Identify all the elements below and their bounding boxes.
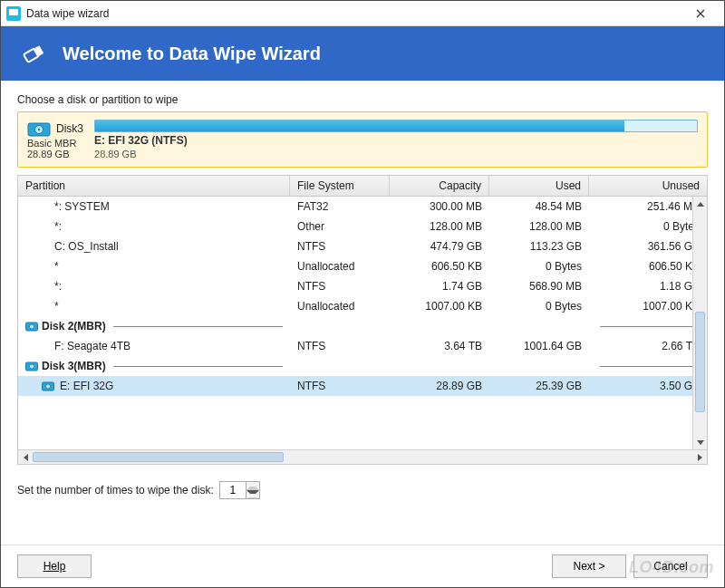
cell-fs: NTFS	[290, 240, 390, 253]
partition-name: *: SYSTEM	[18, 200, 290, 213]
cell-used: 128.00 MB	[489, 220, 589, 233]
disk-icon	[25, 321, 38, 332]
cell-unused: 3.50 GB	[589, 380, 707, 392]
cell-capacity: 3.64 TB	[390, 340, 489, 352]
table-row[interactable]: *:Other128.00 MB128.00 MB0 Bytes	[18, 217, 707, 236]
cell-unused: 2.66 TB	[589, 340, 707, 352]
close-button[interactable]	[682, 1, 719, 25]
table-row-selected[interactable]: E: EFI 32GNTFS28.89 GB25.39 GB3.50 GB	[18, 376, 707, 396]
cell-fs: Unallocated	[290, 300, 390, 313]
col-capacity[interactable]: Capacity	[390, 176, 489, 196]
hscroll-thumb[interactable]	[33, 452, 284, 462]
window-title: Data wipe wizard	[26, 7, 682, 20]
usage-bar	[94, 120, 698, 132]
chevron-up-icon	[697, 202, 704, 207]
cell-fs: NTFS	[290, 280, 390, 293]
table-row[interactable]: *Unallocated606.50 KB0 Bytes606.50 KB	[18, 256, 707, 276]
disk-group-header[interactable]: Disk 3(MBR)	[18, 356, 707, 376]
cell-used: 113.23 GB	[489, 240, 589, 253]
banner: Welcome to Data Wipe Wizard	[1, 26, 724, 81]
col-filesystem[interactable]: File System	[290, 176, 390, 196]
chevron-down-icon	[697, 440, 704, 445]
table-header: Partition File System Capacity Used Unus…	[18, 176, 707, 197]
scroll-left-button[interactable]	[18, 450, 33, 464]
disk-group-header[interactable]: Disk 2(MBR)	[18, 316, 707, 336]
partition-name: F: Seagate 4TB	[18, 340, 290, 352]
spin-down-button[interactable]	[246, 490, 259, 498]
cell-used: 0 Bytes	[489, 260, 589, 273]
spin-up-button[interactable]	[246, 482, 259, 490]
content-area: Choose a disk or partition to wipe Disk3…	[1, 81, 724, 545]
partition-table: Partition File System Capacity Used Unus…	[17, 175, 708, 465]
cell-used: 0 Bytes	[489, 300, 589, 313]
cell-unused: 606.50 KB	[589, 260, 707, 273]
col-unused[interactable]: Unused	[589, 176, 707, 196]
svg-point-10	[46, 384, 51, 389]
vertical-scrollbar[interactable]	[692, 197, 707, 449]
chevron-up-icon	[246, 482, 259, 490]
partition-name: *	[18, 260, 290, 273]
horizontal-scrollbar[interactable]	[18, 449, 707, 464]
col-partition[interactable]: Partition	[18, 176, 290, 196]
hscroll-track[interactable]	[33, 450, 692, 464]
partition-name: *	[18, 300, 290, 313]
table-body: *: SYSTEMFAT32300.00 MB48.54 MB251.46 MB…	[18, 197, 707, 449]
col-used[interactable]: Used	[489, 176, 589, 196]
table-row[interactable]: *: SYSTEMFAT32300.00 MB48.54 MB251.46 MB	[18, 197, 707, 217]
close-icon	[696, 9, 705, 18]
cell-fs: NTFS	[290, 380, 390, 392]
next-button[interactable]: Next >	[552, 554, 626, 578]
cell-unused: 1.18 GB	[589, 280, 707, 293]
cell-used: 1001.64 GB	[489, 340, 589, 352]
cell-capacity: 606.50 KB	[390, 260, 489, 273]
svg-point-6	[30, 324, 34, 329]
cancel-button[interactable]: Cancel	[633, 554, 708, 578]
table-row[interactable]: *Unallocated1007.00 KB0 Bytes1007.00 KB	[18, 296, 707, 316]
partition-name: E: EFI 32G	[60, 380, 113, 392]
vscroll-track[interactable]	[693, 211, 707, 435]
help-button-label: Help	[44, 560, 66, 573]
wizard-window: Data wipe wizard Welcome to Data Wipe Wi…	[0, 0, 725, 588]
vscroll-thumb[interactable]	[695, 312, 705, 412]
chevron-left-icon	[24, 454, 28, 461]
wipe-count-spinner[interactable]	[219, 481, 260, 499]
cell-fs: FAT32	[290, 200, 390, 213]
svg-point-8	[30, 364, 34, 369]
group-label: Disk 2(MBR)	[42, 320, 106, 333]
table-row[interactable]: *:NTFS1.74 GB568.90 MB1.18 GB	[18, 276, 707, 296]
cell-capacity: 28.89 GB	[390, 380, 489, 392]
selected-disk-box: Disk3 Basic MBR 28.89 GB E: EFI 32G (NTF…	[17, 111, 708, 168]
wipe-count-label: Set the number of times to wipe the disk…	[17, 484, 214, 496]
selected-disk-scheme: Basic MBR	[27, 138, 76, 149]
usage-bar-label: E: EFI 32G (NTFS)	[94, 134, 698, 147]
usage-bar-fill	[95, 120, 624, 131]
scroll-down-button[interactable]	[693, 435, 707, 449]
cell-fs: Other	[290, 220, 390, 233]
cell-capacity: 1.74 GB	[390, 280, 489, 293]
cell-unused: 361.56 GB	[589, 240, 707, 253]
disk-icon	[25, 361, 38, 371]
cell-capacity: 474.79 GB	[390, 240, 489, 253]
cell-capacity: 128.00 MB	[390, 220, 489, 233]
disk-icon	[27, 120, 51, 138]
app-icon	[6, 6, 21, 21]
scroll-up-button[interactable]	[693, 197, 707, 211]
cell-used: 25.39 GB	[489, 380, 589, 392]
scroll-right-button[interactable]	[692, 450, 707, 464]
section-label: Choose a disk or partition to wipe	[17, 93, 708, 106]
help-button[interactable]: Help	[17, 554, 92, 578]
table-row[interactable]: F: Seagate 4TBNTFS3.64 TB1001.64 GB2.66 …	[18, 336, 707, 356]
selected-disk-size: 28.89 GB	[27, 149, 76, 159]
cell-capacity: 1007.00 KB	[390, 300, 489, 313]
partition-name: *:	[18, 220, 290, 233]
cell-unused: 1007.00 KB	[589, 300, 707, 313]
svg-rect-1	[33, 45, 44, 57]
cell-fs: Unallocated	[290, 260, 390, 273]
svg-point-4	[38, 129, 40, 130]
wipe-count-row: Set the number of times to wipe the disk…	[17, 481, 708, 499]
eraser-icon	[19, 38, 50, 69]
partition-name: *:	[18, 280, 290, 293]
table-row[interactable]: C: OS_InstallNTFS474.79 GB113.23 GB361.5…	[18, 236, 707, 256]
wipe-count-input[interactable]	[220, 482, 246, 498]
cell-used: 48.54 MB	[489, 200, 589, 213]
